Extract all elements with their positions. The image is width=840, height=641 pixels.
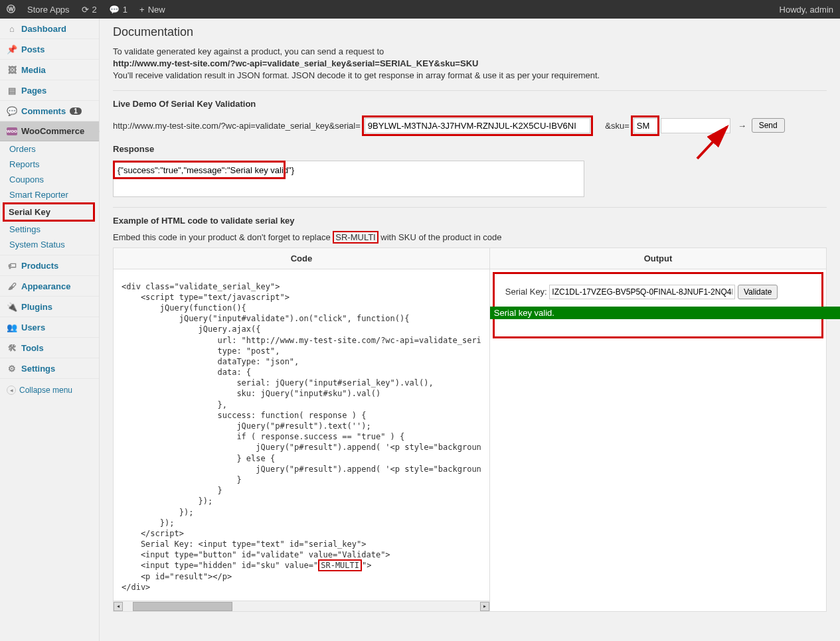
admin-sidebar: ⌂Dashboard 📌Posts 🖾Media ▤Pages 💬Comment…: [0, 19, 100, 641]
valid-message: Serial key valid.: [490, 307, 840, 319]
collapse-menu[interactable]: ◂Collapse menu: [0, 379, 99, 401]
menu-dashboard[interactable]: ⌂Dashboard: [0, 19, 99, 39]
comment-icon: 💬: [7, 106, 17, 116]
output-serial-input[interactable]: [549, 285, 735, 299]
code-scroll[interactable]: <div class="validate_serial_key"> <scrip…: [114, 269, 489, 601]
sku-label: &sku=: [605, 121, 630, 131]
sku-input[interactable]: [633, 118, 657, 133]
submenu-system-status[interactable]: System Status: [0, 237, 99, 255]
submenu-coupons[interactable]: Coupons: [0, 172, 99, 187]
menu-settings[interactable]: ⚙Settings: [0, 358, 99, 379]
menu-tools[interactable]: 🛠Tools: [0, 338, 99, 358]
submenu-smart-reporter[interactable]: Smart Reporter: [0, 187, 99, 202]
response-title: Response: [113, 144, 827, 154]
embed-sku-highlight: SR-MULTI: [333, 231, 378, 244]
woo-icon: woo: [7, 127, 17, 135]
menu-pages[interactable]: ▤Pages: [0, 80, 99, 101]
sliders-icon: ⚙: [7, 363, 17, 374]
code-output-table: Code Output <div class="validate_serial_…: [113, 248, 827, 612]
serial-input[interactable]: [365, 118, 590, 133]
menu-users[interactable]: 👥Users: [0, 317, 99, 338]
site-link[interactable]: Store Apps: [27, 5, 70, 15]
menu-comments[interactable]: 💬Comments 1: [0, 101, 99, 121]
arrow-icon: →: [738, 121, 746, 131]
new-link[interactable]: + New: [139, 5, 165, 15]
plus-icon: +: [139, 5, 145, 15]
comments-badge: 1: [70, 107, 82, 115]
output-highlight: Serial Key: Validate: [493, 272, 823, 338]
submenu-reports[interactable]: Reports: [0, 157, 99, 172]
demo-title: Live Demo Of Serial Key Validation: [113, 99, 827, 109]
menu-plugins[interactable]: 🔌Plugins: [0, 297, 99, 317]
send-button[interactable]: Send: [752, 118, 785, 133]
menu-posts[interactable]: 📌Posts: [0, 39, 99, 60]
comments-link[interactable]: 💬 1: [109, 5, 127, 15]
chevron-left-icon: ◂: [7, 386, 16, 395]
code-sku-highlight: SR-MULTI: [318, 559, 362, 571]
menu-woocommerce[interactable]: wooWooCommerce: [0, 121, 99, 141]
embed-line: Embed this code in your product & don't …: [113, 232, 827, 242]
pin-icon: 📌: [7, 44, 17, 54]
menu-appearance[interactable]: 🖌Appearance: [0, 276, 99, 297]
main-content: Documentation To validate generated key …: [100, 19, 840, 641]
submenu-serial-key[interactable]: Serial Key: [5, 204, 93, 220]
code-header: Code: [114, 248, 490, 269]
wp-logo[interactable]: ⓦ: [7, 3, 15, 15]
menu-media[interactable]: 🖾Media: [0, 60, 99, 80]
sku-input-tail[interactable]: [661, 118, 730, 133]
tag-icon: 🏷: [7, 260, 17, 271]
plug-icon: 🔌: [7, 301, 17, 312]
validate-button[interactable]: Validate: [738, 285, 778, 299]
h-scrollbar[interactable]: ◂▸: [114, 601, 489, 611]
menu-products[interactable]: 🏷Products: [0, 255, 99, 276]
page-title: Documentation: [113, 25, 827, 39]
home-icon: ⌂: [7, 23, 17, 34]
comment-icon: 💬: [109, 5, 120, 15]
output-serial-label: Serial Key:: [505, 287, 547, 297]
admin-bar: ⓦ Store Apps ⟳ 2 💬 1 + New Howdy, admin: [0, 0, 840, 19]
updates-link[interactable]: ⟳ 2: [82, 5, 97, 15]
howdy-link[interactable]: Howdy, admin: [780, 5, 833, 15]
doc-intro: To validate generated key against a prod…: [113, 46, 827, 82]
submenu-orders[interactable]: Orders: [0, 141, 99, 157]
response-box[interactable]: {"success":"true","message":"Serial key …: [113, 161, 584, 197]
users-icon: 👥: [7, 322, 17, 332]
refresh-icon: ⟳: [82, 5, 89, 15]
output-header: Output: [489, 248, 826, 269]
page-icon: ▤: [7, 85, 17, 96]
demo-line: http://www.my-test-site.com/?wc-api=vali…: [113, 115, 827, 136]
submenu-settings[interactable]: Settings: [0, 222, 99, 237]
example-title: Example of HTML code to validate serial …: [113, 216, 827, 226]
tools-icon: 🛠: [7, 342, 17, 353]
demo-url-prefix: http://www.my-test-site.com/?wc-api=vali…: [113, 121, 361, 131]
code-block: <div class="validate_serial_key"> <scrip…: [114, 269, 489, 601]
brush-icon: 🖌: [7, 281, 17, 291]
media-icon: 🖾: [7, 64, 17, 75]
